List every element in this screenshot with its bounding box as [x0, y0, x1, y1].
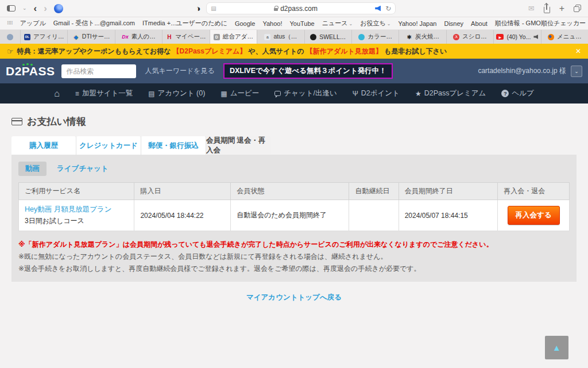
tab-youtube[interactable]: ▶(40) Yo...	[494, 30, 541, 44]
home-icon: ⌂	[54, 89, 60, 98]
tab-dti[interactable]: ◆DTIサー…	[68, 30, 115, 44]
list-icon: ≡	[75, 90, 79, 97]
tab-atus[interactable]: aatus（…	[257, 30, 304, 44]
nav-d2points[interactable]: ΨD2ポイント	[353, 89, 400, 98]
h-favicon: H	[166, 34, 172, 40]
promo-link-shinsaku[interactable]: 【新作アダルト見放題】	[306, 47, 382, 56]
d2pass-logo[interactable]: D2PASS	[6, 64, 55, 78]
nav-premium[interactable]: ★D2Passプレミアム	[415, 89, 486, 98]
arrow-up-icon: ▲	[552, 343, 561, 352]
search-input[interactable]	[61, 64, 136, 78]
bookmark-news-folder[interactable]: ニュース⌄	[322, 19, 353, 28]
site-header: D2PASS 人気キーワードを見る DXLIVEで今すぐ遊べる無料３ポイント発行…	[0, 59, 588, 83]
promo-text: も是非お試し下さい	[384, 47, 447, 56]
tab-membership-period[interactable]: 会員期間 退会・再入会	[206, 136, 271, 155]
nav-account[interactable]: ▤アカウント (0)	[148, 89, 205, 98]
col-auto-renew-date: 自動継続日	[349, 183, 399, 200]
tab-overview-icon[interactable]	[574, 5, 581, 12]
tab-sogo-adult-active[interactable]: D総合アダ…	[210, 30, 257, 44]
sidebar-chevron-icon[interactable]: ⌄	[22, 6, 27, 11]
bookmark-yahoo[interactable]: Yahoo!	[262, 20, 282, 27]
popular-keywords-link[interactable]: 人気キーワードを見る	[145, 66, 214, 76]
promo-text: 特典：還元率アップやクーポンももらえてお得な	[17, 47, 171, 56]
dti-favicon: ◆	[73, 34, 79, 40]
purchase-date-value: 2024/05/04 18:44:22	[134, 200, 231, 231]
tab-sumibiyaki[interactable]: ✱炭火焼…	[399, 30, 446, 44]
share-icon[interactable]	[544, 6, 550, 13]
promo-close-icon[interactable]: ✕	[575, 47, 581, 55]
tab-credit-card[interactable]: クレジットカード	[76, 136, 141, 155]
star-icon: ★	[415, 90, 421, 97]
youtube-favicon: ▶	[496, 34, 504, 40]
nav-help[interactable]: ?ヘルプ	[501, 89, 533, 98]
tab-mypage[interactable]: Hマイペー…	[163, 30, 210, 44]
tab-menu[interactable]: メニュ…	[541, 30, 588, 44]
audio-mute-icon[interactable]	[375, 6, 381, 12]
d-favicon: D	[214, 34, 220, 40]
rejoin-button[interactable]: 再入会する	[508, 206, 560, 225]
tab-audio-icon[interactable]	[533, 34, 538, 39]
note-cancel: ※退会手続きをお取消ししますと、再度自動継続会員様でご登録されます。退会をご希望…	[18, 263, 570, 275]
chevron-down-icon: ⌄	[574, 68, 579, 74]
back-button[interactable]: ‹	[34, 3, 37, 13]
subtab-video[interactable]: 動画	[18, 162, 47, 176]
tab-purchase-history[interactable]: 購入履歴	[11, 136, 76, 155]
tab-sushiro[interactable]: ススシロ…	[447, 30, 494, 44]
page-content: お支払い情報 購入履歴 クレジットカード 郵便・銀行振込 会員期間 退会・再入会…	[0, 103, 588, 302]
bookmark-about[interactable]: About	[471, 20, 488, 27]
bookmark-yahoo-japan[interactable]: Yahoo! Japan	[398, 20, 436, 27]
subtab-livechat[interactable]: ライブチャット	[57, 164, 109, 174]
bookmark-itmedia[interactable]: ITmedia +...ユーザーのために	[142, 19, 227, 28]
tab-color[interactable]: カラー…	[352, 30, 399, 44]
menu-favicon	[548, 34, 554, 40]
subtabs: 動画 ライブチャット	[18, 162, 570, 176]
address-bar[interactable]: ▤ d2pass.com ↻	[206, 2, 396, 14]
content-blocker-icon[interactable]: ◑	[195, 4, 200, 13]
sidebar-toggle-icon[interactable]	[7, 5, 16, 12]
account-dropdown-button[interactable]: ⌄	[571, 66, 582, 77]
tab-shirouto[interactable]: Dx素人の…	[115, 30, 163, 44]
bookmark-youtube[interactable]: YouTube	[289, 20, 314, 27]
new-tab-button[interactable]: +	[559, 4, 564, 13]
help-icon: ?	[501, 90, 509, 97]
bookmark-disney[interactable]: Disney	[444, 20, 463, 27]
back-to-account-link[interactable]: マイアカウントトップへ戻る	[246, 293, 342, 301]
bookmark-apple[interactable]: アップル	[20, 19, 46, 28]
film-icon: ▦	[220, 90, 227, 97]
service-link[interactable]: Hey動画 月額見放題プラン	[25, 205, 128, 214]
bookmark-gmail[interactable]: Gmail - 受信ト...@gmail.com	[53, 19, 135, 28]
payment-tabs: 購入履歴 クレジットカード 郵便・銀行振込 会員期間 退会・再入会	[11, 136, 577, 155]
extension-swirl-icon[interactable]	[54, 4, 63, 13]
trophy-icon: Ψ	[353, 90, 358, 97]
lock-icon	[274, 8, 278, 11]
bookmark-gmo-rank[interactable]: 順位情報 - GMO順位チェッカー	[495, 19, 586, 28]
reload-icon[interactable]: ↻	[385, 5, 391, 13]
tab-affiliate[interactable]: DLアフィリ…	[21, 30, 68, 44]
site-nav: ⌂ ≡加盟サイト一覧 ▤アカウント (0) ▦ムービー チャット/出逢い ΨD2…	[0, 83, 588, 103]
promo-banner: ☞ 特典：還元率アップやクーポンももらえてお得な 【D2Passプレミアム】 や…	[0, 44, 588, 59]
dxlive-banner[interactable]: DXLIVEで今すぐ遊べる無料３ポイント発行中！	[223, 63, 393, 79]
forward-button[interactable]: ›	[44, 3, 47, 13]
pinned-tab-icon	[7, 34, 13, 40]
back-to-account-row: マイアカウントトップへ戻る	[0, 292, 588, 302]
tab-bank-transfer[interactable]: 郵便・銀行振込	[141, 136, 206, 155]
bookmarks-grid-icon[interactable]: ⠿⠿	[7, 21, 13, 26]
chevron-down-icon: ⌄	[349, 21, 353, 26]
nav-chat[interactable]: チャット/出逢い	[274, 89, 336, 98]
col-end-date: 会員期間終了日	[399, 183, 498, 200]
scroll-to-top-button[interactable]: ▲	[545, 336, 568, 359]
pinned-tab[interactable]	[0, 30, 21, 44]
nav-movie[interactable]: ▦ムービー	[220, 89, 259, 98]
promo-text: や、人気サイトの	[248, 47, 304, 56]
auto-renew-value	[349, 200, 399, 231]
bookmark-useful-folder[interactable]: お役立ち⌄	[360, 19, 390, 28]
col-member-status: 会員状態	[231, 183, 349, 200]
bookmark-google[interactable]: Google	[235, 20, 255, 27]
reader-view-icon[interactable]: ▤	[211, 5, 216, 12]
mail-icon[interactable]: ✉	[528, 4, 535, 13]
nav-member-sites[interactable]: ≡加盟サイト一覧	[75, 89, 133, 98]
table-row: Hey動画 月額見放題プラン 3日間お試しコース 2024/05/04 18:4…	[19, 200, 570, 231]
tab-swell[interactable]: SWELL…	[305, 30, 352, 44]
nav-home[interactable]: ⌂	[54, 89, 60, 98]
promo-link-premium[interactable]: 【D2Passプレミアム】	[173, 47, 247, 56]
